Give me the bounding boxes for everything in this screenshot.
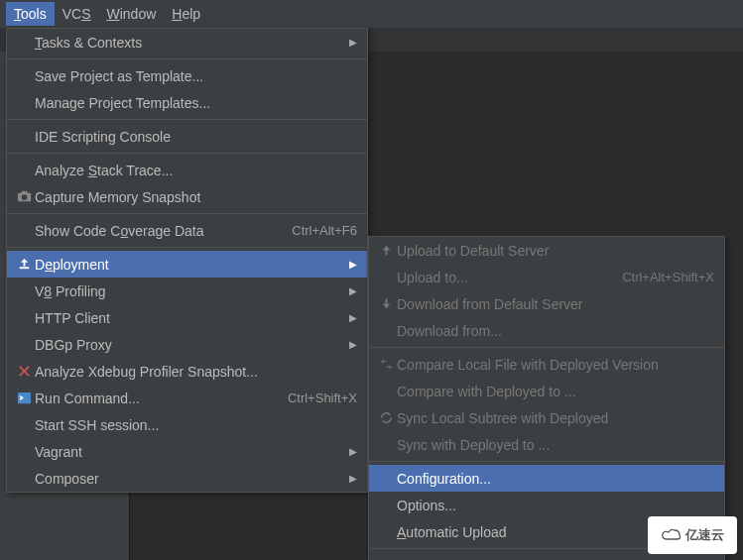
- svg-point-2: [21, 194, 27, 200]
- menu-compare-local-file[interactable]: Compare Local File with Deployed Version: [369, 351, 724, 378]
- menu-options[interactable]: Options...: [369, 492, 724, 518]
- compare-icon: [375, 357, 397, 372]
- menu-capture-memory-snapshot[interactable]: Capture Memory Snapshot: [7, 183, 367, 210]
- profiler-icon: [13, 364, 35, 379]
- menu-label: Compare with Deployed to ...: [397, 384, 714, 399]
- menu-v8-profiling[interactable]: V8 Profiling ▶: [7, 278, 367, 304]
- watermark-badge: 亿速云: [648, 516, 737, 554]
- menu-label: Start SSH session...: [35, 417, 357, 433]
- menu-show-code-coverage[interactable]: Show Code Coverage Data Ctrl+Alt+F6: [7, 217, 367, 244]
- menu-sync-with-deployed[interactable]: Sync with Deployed to ...: [369, 431, 724, 458]
- shortcut-label: Ctrl+Alt+Shift+X: [622, 270, 714, 284]
- menu-ide-scripting-console[interactable]: IDE Scripting Console: [7, 123, 367, 150]
- menu-label: Download from...: [397, 323, 714, 339]
- menubar-vcs[interactable]: VCS: [55, 2, 99, 26]
- menu-label: Download from Default Server: [397, 296, 714, 312]
- menu-separator: [369, 347, 724, 348]
- menubar: Tools VCS Window Help: [0, 0, 743, 28]
- menu-label: Sync with Deployed to ...: [397, 437, 714, 453]
- menu-label: Sync Local Subtree with Deployed: [397, 410, 714, 426]
- menu-label: DBGp Proxy: [35, 337, 341, 353]
- menu-separator: [369, 461, 724, 462]
- menu-label: IDE Scripting Console: [35, 129, 357, 145]
- menu-deployment[interactable]: Deployment ▶: [7, 251, 367, 278]
- menu-label: Capture Memory Snapshot: [35, 189, 357, 205]
- menu-download-default[interactable]: Download from Default Server: [369, 290, 724, 317]
- menu-http-client[interactable]: HTTP Client ▶: [7, 304, 367, 331]
- menu-label: Save Project as Template...: [35, 68, 357, 84]
- camera-icon: [13, 189, 35, 204]
- submenu-arrow-icon: ▶: [347, 285, 357, 296]
- menu-separator: [7, 213, 367, 214]
- terminal-icon: [13, 391, 35, 405]
- menu-compare-with-deployed[interactable]: Compare with Deployed to ...: [369, 378, 724, 404]
- menubar-tools[interactable]: Tools: [6, 2, 55, 26]
- menu-analyze-stack-trace[interactable]: Analyze Stack Trace...: [7, 157, 367, 183]
- menu-save-project-template[interactable]: Save Project as Template...: [7, 62, 367, 89]
- menu-label: Upload to...: [397, 270, 610, 285]
- shortcut-label: Ctrl+Alt+F6: [292, 223, 357, 238]
- menu-label: Options...: [397, 498, 714, 513]
- menubar-help[interactable]: Help: [164, 2, 208, 26]
- menu-tasks-contexts[interactable]: Tasks & Contexts ▶: [7, 29, 367, 56]
- submenu-arrow-icon: ▶: [347, 339, 357, 350]
- submenu-arrow-icon: ▶: [347, 312, 357, 323]
- watermark-text: 亿速云: [685, 526, 724, 544]
- svg-rect-4: [17, 392, 30, 403]
- menu-upload-default[interactable]: Upload to Default Server: [369, 237, 724, 264]
- menu-label: Composer: [35, 471, 341, 487]
- menu-analyze-xdebug-profiler[interactable]: Analyze Xdebug Profiler Snapshot...: [7, 358, 367, 385]
- menubar-window[interactable]: Window: [98, 2, 164, 26]
- menu-manage-project-templates[interactable]: Manage Project Templates...: [7, 89, 367, 116]
- menu-label: Configuration...: [397, 471, 714, 487]
- menu-upload-to[interactable]: Upload to... Ctrl+Alt+Shift+X: [369, 264, 724, 290]
- deployment-icon: [13, 257, 35, 272]
- submenu-arrow-icon: ▶: [347, 37, 357, 48]
- upload-icon: [375, 243, 397, 258]
- menu-separator: [7, 119, 367, 120]
- menu-label: Manage Project Templates...: [35, 95, 357, 111]
- svg-rect-1: [21, 191, 27, 194]
- menu-sync-local-subtree[interactable]: Sync Local Subtree with Deployed: [369, 404, 724, 431]
- svg-rect-3: [19, 267, 28, 269]
- menu-configuration[interactable]: Configuration...: [369, 465, 724, 492]
- deployment-submenu: Upload to Default Server Upload to... Ct…: [368, 236, 725, 560]
- shortcut-label: Ctrl+Shift+X: [288, 391, 357, 405]
- menu-separator: [7, 247, 367, 248]
- menu-separator: [7, 58, 367, 59]
- menu-composer[interactable]: Composer ▶: [7, 465, 367, 492]
- menu-run-command[interactable]: Run Command... Ctrl+Shift+X: [7, 385, 367, 411]
- menu-label: Upload to Default Server: [397, 243, 714, 259]
- menu-separator: [7, 153, 367, 154]
- menu-label: Analyze Xdebug Profiler Snapshot...: [35, 364, 357, 380]
- menu-start-ssh-session[interactable]: Start SSH session...: [7, 411, 367, 438]
- menu-label: Run Command...: [35, 391, 276, 406]
- download-icon: [375, 296, 397, 311]
- menu-vagrant[interactable]: Vagrant ▶: [7, 438, 367, 465]
- tools-menu: Tasks & Contexts ▶ Save Project as Templ…: [6, 28, 368, 493]
- menu-dbgp-proxy[interactable]: DBGp Proxy ▶: [7, 331, 367, 358]
- sync-icon: [375, 410, 397, 425]
- menu-label: Compare Local File with Deployed Version: [397, 357, 714, 373]
- menu-label: HTTP Client: [35, 310, 341, 326]
- submenu-arrow-icon: ▶: [347, 473, 357, 484]
- menu-label: Vagrant: [35, 444, 341, 460]
- submenu-arrow-icon: ▶: [347, 259, 357, 270]
- submenu-arrow-icon: ▶: [347, 446, 357, 457]
- menu-download-from[interactable]: Download from...: [369, 317, 724, 344]
